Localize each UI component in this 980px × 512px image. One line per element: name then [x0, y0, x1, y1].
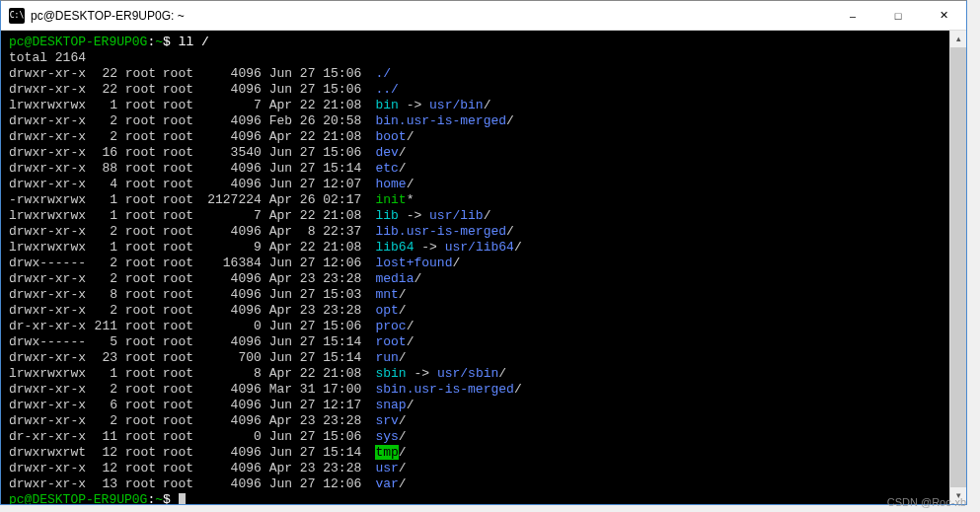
- file-name: bin.usr-is-merged/: [375, 113, 513, 128]
- file-name: init*: [375, 192, 414, 207]
- file-name: sbin.usr-is-merged/: [375, 382, 521, 397]
- file-name: snap/: [375, 398, 414, 412]
- file-name: media/: [375, 271, 421, 286]
- listing-row: drwxr-xr-x16 rootroot3540 Jun 27 15:06 d…: [9, 145, 962, 161]
- file-name: root/: [375, 334, 414, 349]
- scroll-track[interactable]: [950, 47, 966, 487]
- listing-row: drwxr-xr-x8 rootroot4096 Jun 27 15:03 mn…: [9, 287, 962, 303]
- listing-row: drwxr-xr-x2 rootroot4096 Mar 31 17:00 sb…: [9, 382, 962, 398]
- maximize-button[interactable]: □: [875, 1, 921, 31]
- listing-row: drwxr-xr-x88 rootroot4096 Jun 27 15:14 e…: [9, 161, 962, 177]
- total-line: total 2164: [9, 50, 962, 66]
- file-name: bin -> usr/bin/: [375, 98, 490, 112]
- command-text: ll /: [179, 35, 209, 49]
- file-name: mnt/: [375, 287, 406, 302]
- listing-row: drwxr-xr-x2 rootroot4096 Feb 26 20:58 bi…: [9, 113, 962, 129]
- prompt-user: pc@DESKTOP-ER9UP0G: [9, 35, 147, 49]
- listing-row: drwxr-xr-x4 rootroot4096 Jun 27 12:07 ho…: [9, 177, 962, 192]
- listing-row: drwxr-xr-x6 rootroot4096 Jun 27 12:17 sn…: [9, 398, 962, 413]
- listing-row: drwxr-xr-x2 rootroot4096 Apr 22 21:08 bo…: [9, 129, 962, 145]
- close-button[interactable]: ✕: [921, 1, 966, 31]
- file-name: home/: [375, 177, 414, 191]
- file-name: lost+found/: [375, 256, 460, 270]
- scrollbar[interactable]: ▴ ▾: [949, 31, 966, 504]
- file-name: sys/: [375, 429, 406, 444]
- file-name: usr/: [375, 461, 406, 475]
- listing-row: dr-xr-xr-x11 rootroot0 Jun 27 15:06 sys/: [9, 429, 962, 445]
- window-title: pc@DESKTOP-ER9UP0G: ~: [31, 9, 830, 23]
- scroll-thumb[interactable]: [950, 47, 966, 487]
- terminal-window: C:\ pc@DESKTOP-ER9UP0G: ~ – □ ✕ pc@DESKT…: [0, 0, 967, 505]
- listing-row: drwxr-xr-x2 rootroot4096 Apr 23 23:28 me…: [9, 271, 962, 287]
- listing-row: drwxr-xr-x2 rootroot4096 Apr 8 22:37 lib…: [9, 224, 962, 240]
- listing-row: drwxr-xr-x2 rootroot4096 Apr 23 23:28 sr…: [9, 413, 962, 429]
- listing-row: drwxrwxrwt12 rootroot4096 Jun 27 15:14 t…: [9, 445, 962, 461]
- file-name: proc/: [375, 319, 414, 333]
- cursor: [179, 493, 186, 504]
- titlebar[interactable]: C:\ pc@DESKTOP-ER9UP0G: ~ – □ ✕: [1, 1, 966, 31]
- listing-row: drwxr-xr-x12 rootroot4096 Apr 23 23:28 u…: [9, 461, 962, 476]
- file-name: srv/: [375, 413, 406, 428]
- listing-row: drwxr-xr-x13 rootroot4096 Jun 27 12:06 v…: [9, 476, 962, 492]
- prompt-path: ~: [155, 35, 163, 49]
- listing-row: drwxr-xr-x22 rootroot4096 Jun 27 15:06 .…: [9, 66, 962, 82]
- minimize-button[interactable]: –: [830, 1, 875, 31]
- listing-row: drwx------5 rootroot4096 Jun 27 15:14 ro…: [9, 334, 962, 350]
- file-name: ../: [375, 82, 398, 97]
- listing-row: lrwxrwxrwx1 rootroot7 Apr 22 21:08 bin -…: [9, 98, 962, 113]
- listing-row: drwxr-xr-x23 rootroot700 Jun 27 15:14 ru…: [9, 350, 962, 366]
- listing-row: -rwxrwxrwx1 rootroot2127224 Apr 26 02:17…: [9, 192, 962, 208]
- file-name: run/: [375, 350, 406, 365]
- file-name: etc/: [375, 161, 406, 176]
- listing-row: drwx------2 rootroot16384 Jun 27 12:06 l…: [9, 256, 962, 271]
- file-name: lib -> usr/lib/: [375, 208, 490, 223]
- file-name: dev/: [375, 145, 406, 160]
- listing-row: lrwxrwxrwx1 rootroot8 Apr 22 21:08 sbin …: [9, 366, 962, 382]
- app-icon: C:\: [9, 8, 25, 24]
- listing-row: drwxr-xr-x22 rootroot4096 Jun 27 15:06 .…: [9, 82, 962, 98]
- listing-row: lrwxrwxrwx1 rootroot7 Apr 22 21:08 lib -…: [9, 208, 962, 224]
- file-name: sbin -> usr/sbin/: [375, 366, 506, 381]
- file-name: lib.usr-is-merged/: [375, 224, 513, 239]
- file-name: lib64 -> usr/lib64/: [375, 240, 521, 255]
- listing-row: drwxr-xr-x2 rootroot4096 Apr 23 23:28 op…: [9, 303, 962, 319]
- listing-row: dr-xr-xr-x211 rootroot0 Jun 27 15:06 pro…: [9, 319, 962, 334]
- file-name: opt/: [375, 303, 406, 318]
- file-name: tmp/: [375, 445, 406, 460]
- terminal-body[interactable]: pc@DESKTOP-ER9UP0G:~$ ll /total 2164drwx…: [1, 31, 966, 504]
- file-name: boot/: [375, 129, 414, 144]
- scroll-up-button[interactable]: ▴: [950, 31, 966, 47]
- listing-row: lrwxrwxrwx1 rootroot9 Apr 22 21:08 lib64…: [9, 240, 962, 256]
- file-name: var/: [375, 476, 406, 491]
- watermark: CSDN @Roc-xb: [887, 496, 966, 508]
- file-name: ./: [375, 66, 391, 81]
